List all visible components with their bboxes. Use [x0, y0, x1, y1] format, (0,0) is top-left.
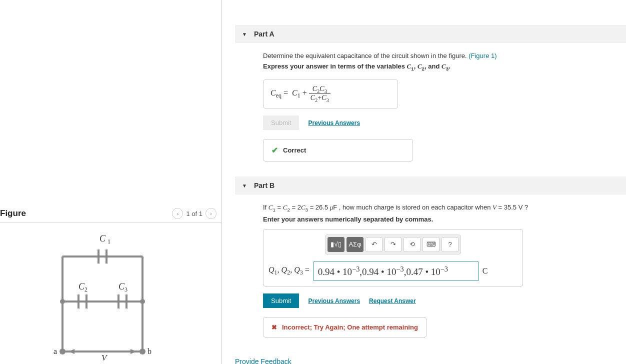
- part-b-header[interactable]: ▼ Part B: [235, 176, 626, 194]
- svg-text:2: 2: [84, 286, 88, 293]
- figure-title: Figure: [0, 208, 26, 218]
- svg-marker-24: [68, 349, 74, 354]
- part-b-feedback: ✖ Incorrect; Try Again; One attempt rema…: [263, 317, 426, 338]
- chevron-down-icon: ▼: [242, 32, 247, 37]
- part-b-instruction: Enter your answers numerically separated…: [263, 216, 626, 223]
- figure-next-button[interactable]: ›: [206, 208, 216, 219]
- svg-point-20: [60, 299, 65, 304]
- part-b-title: Part B: [254, 182, 274, 190]
- svg-text:b: b: [148, 347, 152, 356]
- svg-text:V: V: [102, 353, 108, 362]
- figure-1-link[interactable]: (Figure 1): [468, 52, 496, 60]
- part-b-submit-button[interactable]: Submit: [263, 294, 299, 308]
- part-b-request-answer-link[interactable]: Request Answer: [369, 298, 416, 304]
- figure-pager-text: 1 of 1: [186, 210, 202, 218]
- equation-toolbar: ▮√▯ ΑΣφ ↶ ↷ ⟲ ⌨ ?: [325, 234, 461, 254]
- part-a-instruction: Express your answer in terms of the vari…: [263, 62, 626, 72]
- undo-button[interactable]: ↶: [366, 237, 382, 252]
- part-a-header[interactable]: ▼ Part A: [235, 25, 626, 43]
- figure-prev-button[interactable]: ‹: [172, 208, 183, 219]
- part-b-unit: C: [482, 266, 488, 276]
- svg-text:a: a: [54, 347, 57, 356]
- svg-text:1: 1: [108, 238, 110, 245]
- figure-diagram: C 1 C 2 C 3 a b V: [0, 222, 222, 363]
- greek-button[interactable]: ΑΣφ: [346, 237, 364, 252]
- part-a-submit-button: Submit: [263, 116, 299, 130]
- check-icon: ✔: [272, 146, 278, 155]
- part-b-answer-input[interactable]: 0.94 • 10−3,0.94 • 10−3,0.47 • 10−3: [314, 262, 478, 281]
- help-button[interactable]: ?: [442, 237, 458, 252]
- part-b-prompt: If C1 = C2 = 2C3 = 26.5 μF , how much ch…: [263, 204, 626, 212]
- svg-point-21: [140, 299, 145, 304]
- keyboard-button[interactable]: ⌨: [422, 237, 440, 252]
- part-a-prompt: Determine the equivalent capacitance of …: [263, 52, 626, 60]
- part-a-title: Part A: [254, 30, 274, 38]
- part-b-lhs: Q1, Q2, Q3 =: [268, 266, 310, 276]
- part-a-answer-box: Ceq = C1 + C2C3 C2+C3: [263, 80, 398, 109]
- templates-button[interactable]: ▮√▯: [328, 237, 344, 252]
- provide-feedback-link[interactable]: Provide Feedback: [235, 358, 626, 364]
- reset-button[interactable]: ⟲: [404, 237, 420, 252]
- part-a-previous-answers-link[interactable]: Previous Answers: [308, 120, 360, 126]
- svg-text:C: C: [100, 234, 106, 244]
- chevron-down-icon: ▼: [242, 183, 247, 188]
- part-b-previous-answers-link[interactable]: Previous Answers: [308, 298, 360, 304]
- svg-marker-25: [130, 349, 136, 354]
- svg-text:3: 3: [124, 286, 128, 293]
- x-icon: ✖: [272, 324, 277, 331]
- part-a-feedback: ✔ Correct: [263, 139, 413, 162]
- svg-point-22: [60, 348, 66, 354]
- redo-button[interactable]: ↷: [384, 237, 402, 252]
- svg-point-23: [140, 348, 146, 354]
